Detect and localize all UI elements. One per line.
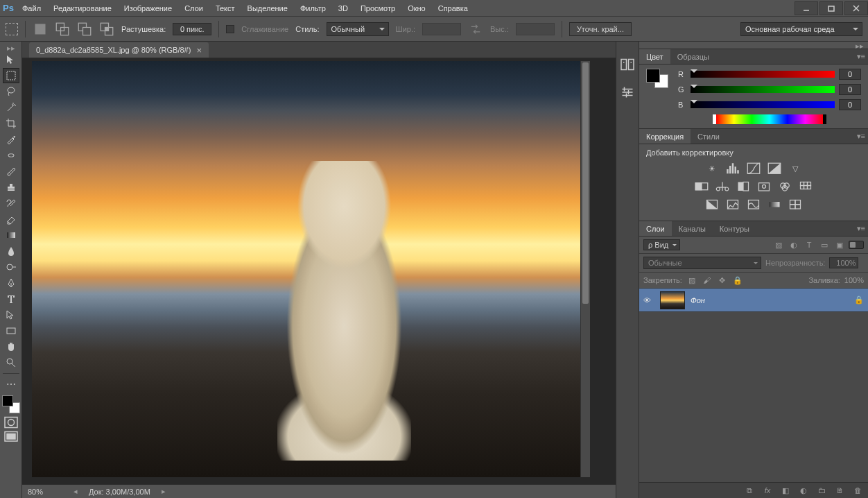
color-swatch[interactable] <box>2 395 20 413</box>
menu-help[interactable]: Справка <box>433 1 474 15</box>
marquee-tool[interactable] <box>3 68 19 83</box>
collapse-tools-icon[interactable]: ▸▸ <box>0 44 21 51</box>
gradient-tool[interactable] <box>3 227 19 243</box>
zoom-level[interactable]: 80% <box>28 488 62 496</box>
selective-color-icon[interactable] <box>788 198 802 211</box>
layer-row[interactable]: 👁 Фон 🔒 <box>639 289 868 312</box>
properties-panel-icon[interactable] <box>619 85 636 100</box>
menu-text[interactable]: Текст <box>210 1 241 15</box>
photo-filter-icon[interactable] <box>757 180 771 193</box>
collapse-panels-icon[interactable]: ▸▸ <box>639 42 868 49</box>
layer-thumbnail[interactable] <box>660 291 685 309</box>
new-group-icon[interactable]: 🗀 <box>815 485 828 496</box>
vertical-scrollbar[interactable] <box>580 61 590 477</box>
layer-style-icon[interactable]: fx <box>761 485 774 496</box>
blend-mode-dropdown[interactable]: Обычные <box>643 257 761 269</box>
menu-3d[interactable]: 3D <box>333 1 354 15</box>
lock-transparency-icon[interactable]: ▨ <box>686 275 697 285</box>
channel-mixer-icon[interactable] <box>778 180 792 193</box>
window-minimize-button[interactable] <box>795 1 818 15</box>
b-slider[interactable] <box>691 101 835 108</box>
levels-icon[interactable] <box>726 162 740 175</box>
invert-icon[interactable] <box>705 198 719 211</box>
dodge-tool[interactable] <box>3 259 19 275</box>
menu-layers[interactable]: Слои <box>179 1 209 15</box>
history-panel-icon[interactable] <box>619 57 636 72</box>
filter-toggle[interactable] <box>849 241 864 249</box>
threshold-icon[interactable] <box>747 198 761 211</box>
layers-panel-menu-icon[interactable]: ▾≡ <box>857 224 865 233</box>
quick-mask-icon[interactable] <box>3 415 19 429</box>
refine-edge-button[interactable]: Уточн. край... <box>569 22 632 36</box>
doc-size-info[interactable]: Док: 3,00M/3,00M <box>89 488 150 496</box>
new-selection-icon[interactable] <box>33 22 48 37</box>
fill-value[interactable]: 100% <box>844 276 864 284</box>
new-layer-icon[interactable]: 🗎 <box>833 485 846 496</box>
g-value[interactable] <box>839 84 861 95</box>
layer-filter-kind-dropdown[interactable]: ρ Вид <box>643 239 680 250</box>
window-close-button[interactable] <box>844 1 868 15</box>
tab-swatches[interactable]: Образцы <box>670 49 716 64</box>
menu-view[interactable]: Просмотр <box>355 1 401 15</box>
subtract-selection-icon[interactable] <box>77 22 92 37</box>
clone-stamp-tool[interactable] <box>3 180 19 195</box>
eraser-tool[interactable] <box>3 212 19 227</box>
canvas[interactable] <box>32 61 590 477</box>
vibrance-icon[interactable]: ▽ <box>788 162 802 175</box>
status-prev-icon[interactable]: ◂ <box>73 487 78 496</box>
g-slider[interactable] <box>691 86 835 93</box>
brush-tool[interactable] <box>3 164 19 179</box>
zoom-tool[interactable] <box>3 355 19 370</box>
close-tab-icon[interactable]: × <box>196 46 202 55</box>
tab-adjustments[interactable]: Коррекция <box>639 129 691 144</box>
menu-select[interactable]: Выделение <box>242 1 293 15</box>
healing-brush-tool[interactable] <box>3 148 19 163</box>
filter-pixel-icon[interactable]: ▨ <box>772 239 785 250</box>
posterize-icon[interactable] <box>726 198 740 211</box>
layer-visibility-icon[interactable]: 👁 <box>643 296 654 304</box>
filter-adjustment-icon[interactable]: ◐ <box>788 239 800 250</box>
delete-layer-icon[interactable]: 🗑 <box>851 485 864 496</box>
filter-smartobject-icon[interactable]: ▣ <box>833 239 846 250</box>
black-white-icon[interactable] <box>736 180 750 193</box>
foreground-color[interactable] <box>2 395 13 406</box>
type-tool[interactable] <box>3 291 19 307</box>
menu-filter[interactable]: Фильтр <box>295 1 331 15</box>
move-tool[interactable] <box>3 52 19 67</box>
window-maximize-button[interactable] <box>819 1 843 15</box>
marquee-tool-preset-icon[interactable] <box>6 23 18 35</box>
document-tab[interactable]: 0_d882a_dc2a8585_XL.jpg @ 80% (RGB/8#) × <box>29 42 209 58</box>
eyedropper-tool[interactable] <box>3 132 19 147</box>
lock-all-icon[interactable]: 🔒 <box>732 275 743 285</box>
hue-saturation-icon[interactable] <box>695 180 709 193</box>
tab-layers[interactable]: Слои <box>639 221 672 236</box>
menu-window[interactable]: Окно <box>402 1 431 15</box>
gradient-map-icon[interactable] <box>767 198 781 211</box>
tab-styles[interactable]: Стили <box>691 129 727 144</box>
history-brush-tool[interactable] <box>3 196 19 211</box>
crop-tool[interactable] <box>3 116 19 131</box>
magic-wand-tool[interactable] <box>3 100 19 115</box>
feather-input[interactable] <box>173 23 211 35</box>
tab-color[interactable]: Цвет <box>639 49 670 64</box>
lock-position-icon[interactable]: ✥ <box>717 275 728 285</box>
exposure-icon[interactable] <box>767 162 781 175</box>
link-layers-icon[interactable]: ⧉ <box>743 485 756 496</box>
new-fill-adjustment-icon[interactable]: ◐ <box>797 485 810 496</box>
tab-channels[interactable]: Каналы <box>672 221 713 236</box>
intersect-selection-icon[interactable] <box>99 22 114 37</box>
adjustments-panel-menu-icon[interactable]: ▾≡ <box>857 132 865 141</box>
brightness-contrast-icon[interactable]: ☀ <box>705 162 719 175</box>
r-value[interactable] <box>839 69 861 80</box>
layer-mask-icon[interactable]: ◧ <box>779 485 792 496</box>
r-slider[interactable] <box>691 71 835 78</box>
rectangle-tool[interactable] <box>3 323 19 338</box>
color-balance-icon[interactable] <box>715 180 729 193</box>
path-selection-tool[interactable] <box>3 307 19 323</box>
color-spectrum[interactable] <box>713 114 826 124</box>
status-menu-icon[interactable]: ▸ <box>162 487 166 496</box>
lock-image-icon[interactable]: 🖌 <box>702 275 713 285</box>
edit-toolbar-icon[interactable]: ⋯ <box>3 377 19 392</box>
add-selection-icon[interactable] <box>55 22 70 37</box>
hand-tool[interactable] <box>3 339 19 354</box>
